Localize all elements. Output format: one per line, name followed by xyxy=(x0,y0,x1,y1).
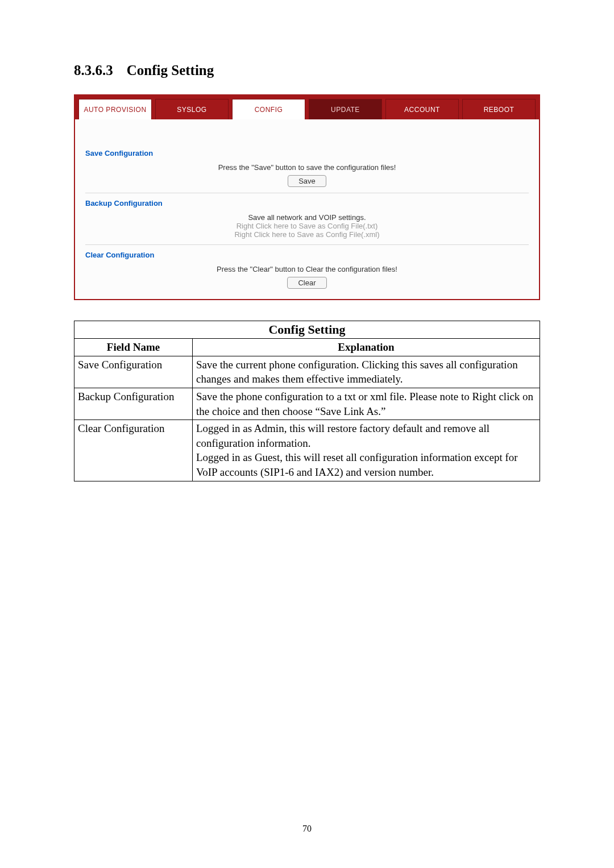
backup-link-txt[interactable]: Right Click here to Save as Config File(… xyxy=(85,222,529,230)
table-row: Backup Configuration Save the phone conf… xyxy=(74,388,540,420)
tab-account[interactable]: ACCOUNT xyxy=(385,99,459,119)
table-caption: Config Setting xyxy=(74,321,540,338)
table-row: Clear Configuration Logged in as Admin, … xyxy=(74,420,540,481)
backup-link-xml[interactable]: Right Click here to Save as Config File(… xyxy=(85,230,529,239)
save-config-hint: Press the "Save" button to save the conf… xyxy=(85,163,529,172)
clear-config-hint: Press the "Clear" button to Clear the co… xyxy=(85,265,529,273)
tab-bar: AUTO PROVISION SYSLOG CONFIG UPDATE ACCO… xyxy=(75,95,539,119)
save-button[interactable]: Save xyxy=(288,175,326,187)
cell-expl: Save the phone configuration to a txt or… xyxy=(193,388,540,420)
clear-button[interactable]: Clear xyxy=(287,277,326,289)
divider xyxy=(85,193,529,193)
save-config-title: Save Configuration xyxy=(85,149,529,157)
th-expl: Explanation xyxy=(193,339,540,356)
page-number: 70 xyxy=(0,824,614,834)
backup-line1: Save all network and VOIP settings. xyxy=(85,213,529,222)
cell-field: Backup Configuration xyxy=(74,388,193,420)
table-header-row: Field Name Explanation xyxy=(74,339,540,356)
section-number: 8.3.6.3 xyxy=(74,63,127,78)
tab-auto-provision[interactable]: AUTO PROVISION xyxy=(78,99,152,119)
tab-config[interactable]: CONFIG xyxy=(232,99,305,119)
cell-field: Save Configuration xyxy=(74,356,193,388)
config-ui-screenshot: AUTO PROVISION SYSLOG CONFIG UPDATE ACCO… xyxy=(74,94,540,300)
section-title: Config Setting xyxy=(127,63,214,78)
th-field: Field Name xyxy=(74,339,193,356)
clear-config-title: Clear Configuration xyxy=(85,251,529,259)
cell-expl: Logged in as Admin, this will restore fa… xyxy=(193,420,540,481)
backup-config-title: Backup Configuration xyxy=(85,199,529,207)
tab-syslog[interactable]: SYSLOG xyxy=(155,99,229,119)
tab-reboot[interactable]: REBOOT xyxy=(462,99,536,119)
cell-field: Clear Configuration xyxy=(74,420,193,481)
section-heading: 8.3.6.3Config Setting xyxy=(74,63,540,78)
divider xyxy=(85,244,529,245)
table-row: Save Configuration Save the current phon… xyxy=(74,356,540,388)
tab-update[interactable]: UPDATE xyxy=(309,99,382,119)
config-setting-table: Config Setting Field Name Explanation Sa… xyxy=(74,321,540,481)
cell-expl: Save the current phone configuration. Cl… xyxy=(193,356,540,388)
